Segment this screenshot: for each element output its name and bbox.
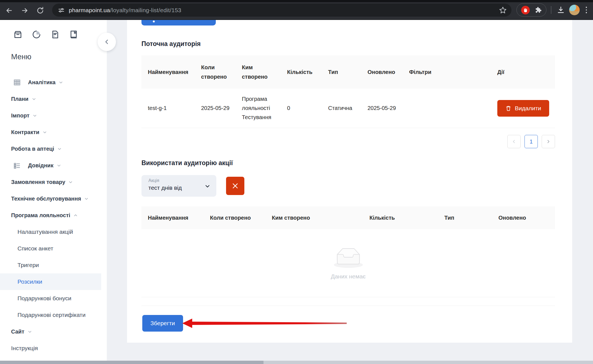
grid-icon [13,79,21,86]
chevron-down-icon [43,130,47,134]
scrollbar-thumb[interactable] [0,361,263,364]
sidebar-item-label: Імпорт [11,112,29,119]
browser-menu-button[interactable] [582,6,591,14]
current-audience-title: Поточна аудиторія [141,40,201,48]
cell-actions: Видалити [497,100,560,117]
delete-button-label: Видалити [515,105,541,112]
toolbar-separator [551,6,551,14]
book-icon[interactable] [69,30,78,39]
column-header: Фільтри [409,67,497,77]
sidebar-item-triggers[interactable]: Тригери [0,257,107,273]
sidebar-item-contracts[interactable]: Контракти [0,124,107,140]
extensions-puzzle-icon[interactable] [534,6,542,14]
chevron-right-icon [546,139,551,144]
sidebar-item-label: Подарункові бонуси [17,295,71,302]
column-header: Ким створено [272,213,369,222]
cell-updated-at: 2025-05-29 [368,104,409,113]
sidebar-collapse-button[interactable] [98,33,116,51]
column-header: Найменування [141,213,210,222]
browser-forward-button[interactable] [19,4,31,17]
kebab-dot [586,9,587,11]
sidebar-item-questionnaires[interactable]: Список анкет [0,240,107,257]
box-icon[interactable] [13,30,22,39]
sidebar-item-site[interactable]: Сайт [0,323,107,340]
sidebar: Меню Аналітика Плани Імпорт Контракти [0,20,107,364]
browser-back-button[interactable] [3,4,15,17]
column-header: Коли створено [201,63,242,81]
column-header: Ким створено [242,63,287,81]
downloads-button[interactable] [556,6,565,14]
star-icon [499,6,507,14]
sidebar-item-label: Плани [11,96,29,102]
browser-reload-button[interactable] [34,4,46,17]
chevron-down-icon [69,180,73,184]
sidebar-item-label: Технічне обслуговування [11,196,81,202]
promo-table-header: Найменування Коли створено Ким створено … [141,206,555,229]
sidebar-menu: Аналітика Плани Імпорт Контракти Робота … [0,74,107,357]
adblock-extension-icon[interactable] [521,6,530,14]
sidebar-item-promo-settings[interactable]: Налаштування акцій [0,224,107,240]
sidebar-item-directory[interactable]: Довідник [0,157,107,174]
sidebar-item-label: Тригери [17,262,39,268]
site-info-icon[interactable] [57,6,65,14]
chevron-down-icon [57,147,62,151]
top-action-button-cut[interactable] [141,20,216,25]
sidebar-item-plans[interactable]: Плани [0,91,107,107]
chevron-down-icon [28,330,32,334]
sidebar-item-maintenance[interactable]: Технічне обслуговування [0,190,107,207]
sidebar-item-instruction[interactable]: Інструкція [0,340,107,357]
pagination-page-1[interactable]: 1 [524,135,538,148]
sidebar-item-import[interactable]: Імпорт [0,107,107,124]
column-header: Коли створено [210,213,272,222]
save-button[interactable]: Зберегти [142,315,183,332]
sidebar-item-pharmacy-work[interactable]: Робота в аптеці [0,140,107,157]
trash-icon [505,105,511,111]
delete-button[interactable]: Видалити [497,100,549,117]
chevron-down-icon [84,197,88,201]
table-row: test-g-1 2025-05-29 Програма лояльності … [141,89,555,128]
section-divider [141,306,555,306]
chevron-down-icon [32,97,36,101]
annotation-arrow [182,318,348,329]
use-promo-audience-title: Використати аудиторію акції [141,159,233,167]
promo-select[interactable]: Акція тест днів від [141,175,216,197]
sidebar-item-label: Контракти [11,129,39,135]
chevron-down-icon [57,163,61,168]
profile-avatar[interactable] [569,5,580,15]
sidebar-item-label: Налаштування акцій [17,229,73,235]
cell-created-by: Програма лояльності Тестування [242,94,287,122]
cell-name: test-g-1 [141,104,201,113]
screenshot-root: pharmapoint.ua/loyalty/mailing-list/edit… [0,0,593,364]
sidebar-item-gift-certificates[interactable]: Подарункові сертифікати [0,307,107,323]
horizontal-scrollbar[interactable] [0,361,593,364]
chevron-down-icon [33,114,37,118]
sidebar-item-label: Список анкет [17,245,53,252]
sidebar-item-goods-order[interactable]: Замовлення товару [0,174,107,190]
button-icon-fragment [153,20,155,22]
empty-state: Даних немає [141,229,555,297]
cell-type: Статична [328,104,368,113]
bookmark-star-button[interactable] [499,6,507,14]
chevron-left-icon [512,139,516,144]
sidebar-item-loyalty-program[interactable]: Програма лояльності [0,207,107,224]
extensions-pill [516,3,546,17]
column-header: Кількість [369,213,444,222]
list-icon [13,162,21,169]
promo-select-value: тест днів від [148,184,211,191]
cell-created-at: 2025-05-29 [201,104,242,113]
column-header: Тип [328,67,368,77]
url-bar[interactable]: pharmapoint.ua/loyalty/mailing-list/edit… [52,4,511,17]
sidebar-item-gift-bonuses[interactable]: Подарункові бонуси [0,290,107,307]
sidebar-item-analytics[interactable]: Аналітика [0,74,107,91]
sidebar-item-mailings-active[interactable]: Розсилки [0,273,101,290]
sidebar-quick-icons [13,30,78,39]
pie-chart-icon[interactable] [32,30,41,39]
document-icon[interactable] [50,30,60,39]
sidebar-item-label: Програма лояльності [11,212,70,219]
url-host: pharmapoint.ua [69,7,110,13]
menu-title: Меню [11,53,31,61]
clear-selection-button[interactable] [226,177,244,195]
pagination-prev-button[interactable] [507,135,521,148]
column-header: Найменування [141,67,201,77]
pagination-next-button[interactable] [542,135,555,148]
